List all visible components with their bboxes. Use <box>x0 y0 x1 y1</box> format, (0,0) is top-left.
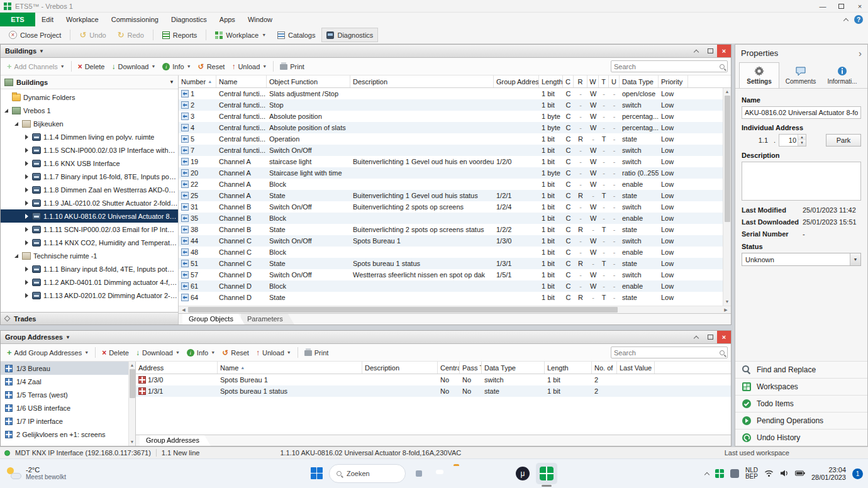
group-addresses-search-input[interactable] <box>614 349 720 357</box>
edge-icon[interactable] <box>494 466 509 481</box>
group-object-row[interactable]: 44Channel CSwitch On/OffSpots Bureau 11/… <box>179 235 731 247</box>
minimize-button[interactable]: — <box>818 3 827 10</box>
workplace-button[interactable]: Workplace ▼ <box>210 28 271 42</box>
group-address-list-item[interactable]: 2 Gelijkvloers en +1: screens <box>1 428 135 441</box>
menu-item-window[interactable]: Window <box>242 13 279 26</box>
collapse-ribbon-icon[interactable] <box>843 18 849 23</box>
find-and-replace-item[interactable]: Find and Replace <box>735 361 867 378</box>
tree-item[interactable]: Bijkeuken <box>1 117 178 130</box>
print-button[interactable]: Print <box>277 60 308 74</box>
group-object-row[interactable]: 7Central functi...Switch On/Off1 bitC-W-… <box>179 145 731 156</box>
maximize-button[interactable] <box>838 4 844 9</box>
undo-history-item[interactable]: Undo History <box>735 429 867 446</box>
taskbar-clock[interactable]: 23:04 28/01/2023 <box>811 466 846 481</box>
collapsed-expander-icon[interactable] <box>23 292 30 299</box>
menu-item-workplace[interactable]: Workplace <box>60 13 105 26</box>
column-header[interactable]: W <box>587 75 599 87</box>
dropdown-caret-icon[interactable]: ▼ <box>187 64 191 69</box>
download-button[interactable]: ↓ Download ▼ <box>133 346 183 360</box>
unload-button[interactable]: ↑ Unload ▼ <box>228 60 270 74</box>
tree-item[interactable]: 1.1.2 AKD-0401.01 Dimming actuator 4-f, … <box>1 275 178 289</box>
weather-widget[interactable]: -2°C Meest bewolkt <box>6 467 66 480</box>
scrollbar-thumb[interactable] <box>725 96 730 222</box>
group-object-row[interactable]: 51Channel CStateSpots bureau 1 status1/3… <box>179 258 731 269</box>
tree-item[interactable]: 1.1.4 Dimmen living en polyv. ruimte <box>1 130 178 143</box>
collapsed-expander-icon[interactable] <box>23 226 30 233</box>
scrollbar-thumb[interactable] <box>130 369 135 398</box>
tab-group-objects[interactable]: Group Objects <box>182 314 245 324</box>
redo-button[interactable]: ↻ Redo <box>113 28 149 42</box>
group-object-row[interactable]: 2Central functi...Stop1 bitC-W--switchLo… <box>179 99 731 111</box>
tray-chevron-up-icon[interactable] <box>704 472 709 477</box>
column-header[interactable]: Number▲ <box>179 75 216 87</box>
print-button[interactable]: Print <box>301 346 332 360</box>
file-explorer-icon[interactable] <box>453 466 468 481</box>
mu-app-icon[interactable]: μ <box>515 466 530 481</box>
todo-items-item[interactable]: Todo Items <box>735 395 867 412</box>
address-number-stepper[interactable]: 10 ▲▼ <box>779 134 806 147</box>
group-address-list-item[interactable]: 1/3 Bureau <box>1 362 135 375</box>
scroll-up-icon[interactable]: ▲ <box>725 88 730 96</box>
tray-app-icon[interactable] <box>730 469 739 478</box>
close-button[interactable]: × <box>855 3 864 10</box>
tree-item[interactable]: 1.1.1 Binary input 8-fold, 4TE, Inputs p… <box>1 262 178 275</box>
statusbar-workspace[interactable]: Last used workspace <box>725 449 789 457</box>
column-header[interactable]: Priority <box>659 75 688 87</box>
scroll-down-icon[interactable]: ▼ <box>725 298 730 306</box>
column-header[interactable]: T <box>599 75 609 87</box>
tree-item[interactable]: Dynamic Folders <box>1 91 178 104</box>
column-header[interactable]: Description <box>350 75 494 87</box>
group-object-row[interactable]: 64Channel DState1 bitCR-T-stateLow <box>179 292 731 303</box>
group-object-row[interactable]: 22Channel ABlock1 bitC-W--enableLow <box>179 179 731 190</box>
scroll-right-icon[interactable]: ▶ <box>721 308 730 313</box>
tab-settings[interactable]: Settings <box>739 62 779 88</box>
dropdown-caret-icon[interactable]: ▼ <box>60 64 65 69</box>
group-object-row[interactable]: 1Central functi...Slats adjustment /Stop… <box>179 88 731 99</box>
group-object-row[interactable]: 3Central functi...Absolute position1 byt… <box>179 111 731 122</box>
column-header[interactable]: Data Type <box>482 362 545 374</box>
collapsed-expander-icon[interactable] <box>23 134 30 140</box>
column-header[interactable]: Pass T <box>460 362 482 374</box>
column-header[interactable]: R <box>574 75 587 87</box>
description-field[interactable] <box>742 162 861 201</box>
column-header[interactable]: Description <box>362 362 438 374</box>
add-channels-button[interactable]: + Add Channels ▼ <box>4 60 68 74</box>
reset-button[interactable]: ↺ Reset <box>195 60 228 74</box>
close-project-button[interactable]: × Close Project <box>4 28 66 42</box>
firefox-icon[interactable] <box>474 466 489 481</box>
collapsed-expander-icon[interactable] <box>23 240 30 246</box>
buildings-tree-header[interactable]: Buildings ▼ <box>1 75 178 89</box>
tab-comments[interactable]: Comments <box>781 62 821 88</box>
menu-item-edit[interactable]: Edit <box>35 13 60 26</box>
collapsed-expander-icon[interactable] <box>23 174 30 180</box>
taskbar-app-dark-icon[interactable] <box>411 466 426 481</box>
panel-close-button[interactable]: × <box>717 45 731 57</box>
panel-maximize-button[interactable] <box>703 331 717 343</box>
scroll-up-icon[interactable]: ▲ <box>130 362 135 369</box>
tree-item[interactable]: 1.1.10 AKU-0816.02 Universal Actuator 8-… <box>1 209 178 223</box>
tree-item[interactable]: 1.1.11 SCN-IP000.02/.03 Email for IP Int… <box>1 223 178 236</box>
tree-item[interactable]: 1.1.13 AKD-0201.02 Dimming Actuator 2-fo… <box>1 289 178 302</box>
menu-item-diagnostics[interactable]: Diagnostics <box>165 13 213 26</box>
collapsed-expander-icon[interactable] <box>23 213 30 219</box>
delete-button[interactable]: × Delete <box>99 346 132 360</box>
battery-icon[interactable] <box>795 469 805 479</box>
column-header[interactable]: Name <box>216 75 267 87</box>
diagnostics-button[interactable]: Diagnostics <box>321 28 378 42</box>
group-object-row[interactable]: 25Channel AStateBuitenverlichting 1 Geve… <box>179 190 731 201</box>
collapsed-expander-icon[interactable] <box>23 200 30 206</box>
scroll-down-icon[interactable]: ▼ <box>130 438 135 446</box>
group-address-list-item[interactable]: 1/6 USB interface <box>1 401 135 414</box>
group-objects-vertical-scrollbar[interactable]: ▲ ▼ <box>723 88 731 306</box>
help-icon[interactable]: ? <box>854 15 863 24</box>
group-object-row[interactable]: 61Channel DBlock1 bitC-W--enableLow <box>179 280 731 292</box>
tree-item[interactable]: 1.1.6 KNX USB Interface <box>1 157 178 170</box>
device-name-field[interactable] <box>742 106 861 119</box>
ets-app-icon[interactable] <box>536 463 557 484</box>
group-address-list-item[interactable]: 1/7 IP interface <box>1 414 135 428</box>
tree-item[interactable]: 1.1.14 KNX CO2, Humidity and Temperature… <box>1 236 178 249</box>
column-header[interactable]: Centra <box>438 362 460 374</box>
group-address-list-scrollbar[interactable]: ▲ ▼ <box>128 362 135 446</box>
panel-collapse-button[interactable] <box>689 331 703 343</box>
group-address-row[interactable]: 1/3/0Spots Bureau 1NoNoswitch1 bit2 <box>136 374 731 385</box>
